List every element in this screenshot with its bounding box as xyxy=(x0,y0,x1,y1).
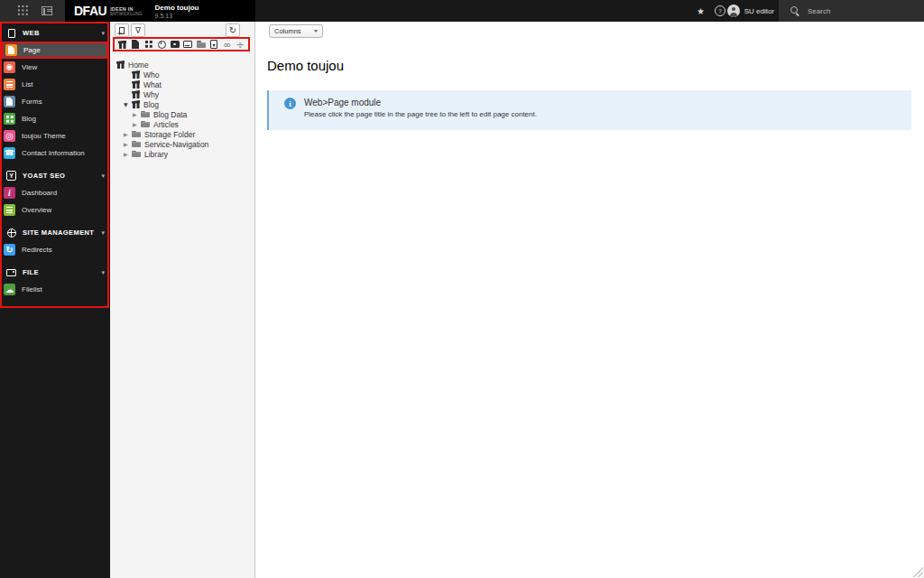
list-module-icon xyxy=(4,79,15,90)
sidebar-section-yoast-seo[interactable]: YOAST SEO xyxy=(0,167,110,184)
form-page-icon[interactable] xyxy=(183,40,193,50)
sidebar-item-overview[interactable]: Overview xyxy=(0,201,110,219)
page-icon xyxy=(132,80,140,89)
tree-item-what[interactable]: What xyxy=(110,79,254,89)
folder-icon xyxy=(132,151,141,158)
search-label: Search xyxy=(808,7,830,15)
yoast-overview-icon xyxy=(4,204,15,216)
tree-item-who[interactable]: Who xyxy=(110,70,254,79)
folder-icon xyxy=(132,141,141,148)
logo-panel: DFAU IDEEN IN ENTWICKLUNG Demo toujou 9.… xyxy=(65,0,255,22)
chevron-down-icon xyxy=(101,228,105,236)
forms-module-icon xyxy=(4,96,15,107)
columns-select[interactable]: Columns xyxy=(269,24,323,38)
bookmark-star-icon[interactable] xyxy=(697,0,705,22)
new-page-button[interactable] xyxy=(115,23,129,37)
typo3-version: 9.5.13 xyxy=(155,13,199,19)
collapse-arrow-icon[interactable] xyxy=(124,132,132,137)
user-name: SU editor xyxy=(744,7,774,15)
folder-icon xyxy=(132,131,141,138)
tree-item-library[interactable]: Library xyxy=(110,149,254,159)
collapse-arrow-icon[interactable] xyxy=(133,112,141,117)
user-menu[interactable]: SU editor xyxy=(727,0,774,22)
section-web: WEB Page View List Forms Blog toujou The… xyxy=(0,24,110,162)
sidebar-item-forms[interactable]: Forms xyxy=(0,93,110,110)
tree-item-storage-folder[interactable]: Storage Folder xyxy=(110,129,254,139)
tree-item-why[interactable]: Why xyxy=(110,89,254,99)
web-section-icon xyxy=(8,29,15,38)
expand-arrow-icon[interactable] xyxy=(124,102,132,107)
select-arrow-icon xyxy=(314,30,318,33)
section-site-management: SITE MANAGEMENT Redirects xyxy=(0,224,110,258)
globe-icon xyxy=(7,228,16,238)
external-link-page-icon[interactable] xyxy=(222,40,232,50)
sidebar-item-blog[interactable]: Blog xyxy=(0,110,110,127)
sidebar-item-list[interactable]: List xyxy=(0,76,110,93)
page-icon xyxy=(132,70,140,79)
section-file: FILE Filelist xyxy=(0,264,110,298)
yoast-dashboard-icon xyxy=(4,187,15,199)
tree-item-articles[interactable]: Articles xyxy=(110,119,254,129)
tree-item-service-navigation[interactable]: Service-Navigation xyxy=(110,139,254,149)
callout-body: Please click the page title in the page … xyxy=(304,110,537,118)
filter-button[interactable] xyxy=(131,23,145,37)
content-area: Columns Demo toujou Web>Page module Plea… xyxy=(255,22,924,578)
page-tree: Home Who What Why Blog Blog Data xyxy=(110,60,254,159)
sidebar-section-file[interactable]: FILE xyxy=(0,264,110,281)
collapse-arrow-icon[interactable] xyxy=(124,152,132,157)
timed-page-icon[interactable] xyxy=(157,40,167,50)
site-name: Demo toujou xyxy=(155,4,199,12)
tree-toolbar xyxy=(115,23,145,37)
page-type-strip xyxy=(113,37,250,51)
sidebar-item-redirects[interactable]: Redirects xyxy=(0,241,110,258)
collapse-arrow-icon[interactable] xyxy=(133,122,141,127)
collapse-arrow-icon[interactable] xyxy=(124,142,132,147)
theme-module-icon xyxy=(4,130,15,142)
view-module-icon xyxy=(4,61,15,73)
sidebar-section-site-management[interactable]: SITE MANAGEMENT xyxy=(0,224,110,241)
folder-icon xyxy=(141,121,150,128)
callout-title: Web>Page module xyxy=(304,98,537,107)
toujou-page-icon[interactable] xyxy=(117,40,127,50)
module-sidebar: WEB Page View List Forms Blog toujou The… xyxy=(0,22,110,578)
shortcut-page-icon[interactable] xyxy=(209,40,219,50)
divider-icon[interactable] xyxy=(236,40,245,50)
tree-toggle-icon[interactable] xyxy=(42,6,52,15)
sidebar-section-web[interactable]: WEB xyxy=(0,24,110,42)
page-title: Demo toujou xyxy=(267,58,344,73)
sidebar-item-view[interactable]: View xyxy=(0,59,110,76)
tree-item-home[interactable]: Home xyxy=(110,60,254,70)
tree-item-blog-data[interactable]: Blog Data xyxy=(110,109,254,119)
avatar xyxy=(727,5,740,17)
new-page-icon xyxy=(119,27,125,34)
search-icon xyxy=(790,6,800,16)
page-icon xyxy=(116,61,125,69)
sidebar-item-page[interactable]: Page xyxy=(2,42,108,59)
topbar-toggles xyxy=(0,0,65,22)
tree-item-blog[interactable]: Blog xyxy=(110,99,254,109)
blog-module-icon xyxy=(4,113,15,125)
grid-page-icon[interactable] xyxy=(143,40,153,50)
search-bar[interactable]: Search xyxy=(779,0,924,22)
sidebar-item-filelist[interactable]: Filelist xyxy=(0,281,110,298)
standard-page-icon[interactable] xyxy=(131,40,141,50)
folder-icon xyxy=(141,111,150,118)
sidebar-item-contact-information[interactable]: Contact Information xyxy=(0,144,110,162)
sidebar-item-toujou-theme[interactable]: toujou Theme xyxy=(0,127,110,144)
callout-text: Web>Page module Please click the page ti… xyxy=(304,98,537,118)
redirects-module-icon xyxy=(4,244,15,256)
video-page-icon[interactable] xyxy=(170,40,180,50)
site-meta: Demo toujou 9.5.13 xyxy=(155,4,199,19)
modules-grid-icon[interactable] xyxy=(18,5,29,16)
sidebar-item-dashboard[interactable]: Dashboard xyxy=(0,184,110,201)
info-callout: Web>Page module Please click the page ti… xyxy=(267,90,911,130)
folder-icon[interactable] xyxy=(196,40,206,50)
filelist-module-icon xyxy=(4,284,15,295)
chevron-down-icon xyxy=(101,29,105,36)
dfau-logo[interactable]: DFAU xyxy=(74,4,106,18)
yoast-section-icon xyxy=(6,171,16,181)
refresh-button[interactable] xyxy=(226,23,240,37)
help-icon[interactable] xyxy=(715,5,725,16)
contact-module-icon xyxy=(4,147,15,159)
top-bar: DFAU IDEEN IN ENTWICKLUNG Demo toujou 9.… xyxy=(0,0,924,22)
